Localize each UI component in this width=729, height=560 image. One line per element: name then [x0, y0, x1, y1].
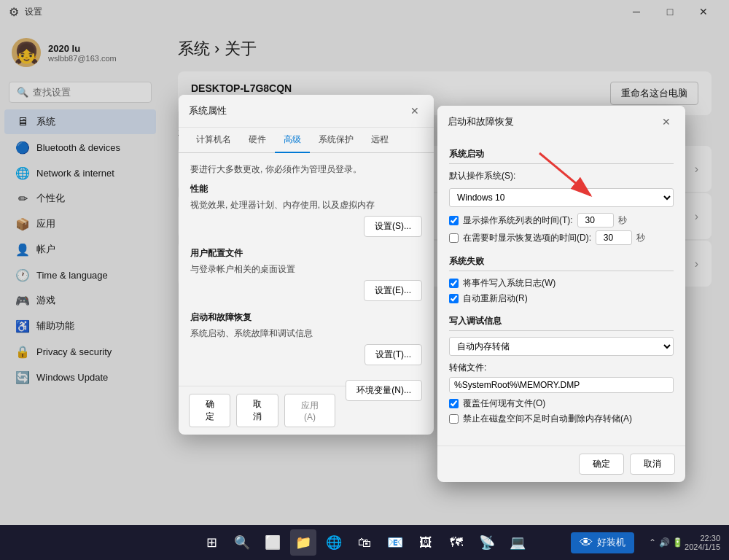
maps-button[interactable]: 🗺 — [443, 529, 469, 556]
startup-title-bar: 启动和故障恢复 ✕ — [437, 106, 685, 138]
system-failure-section: 系统失败 将事件写入系统日志(W) 自动重新启动(R) — [449, 255, 674, 305]
startup-section: 启动和故障恢复 系统启动、系统故障和调试信息 设置(T)... — [190, 311, 422, 365]
startup-close-button[interactable]: ✕ — [658, 113, 675, 131]
show-recovery-unit: 秒 — [636, 232, 645, 244]
taskbar-center: ⊞ 🔍 ⬜ 📁 🌐 🛍 📧 🖼 🗺 📡 💻 — [198, 529, 531, 556]
show-list-label: 显示操作系统列表的时间(T): — [463, 214, 573, 227]
startup-ok-button[interactable]: 确定 — [579, 454, 624, 475]
haozhuan-badge[interactable]: 👁 好装机 — [571, 532, 634, 553]
userprofile-section: 用户配置文件 与登录帐户相关的桌面设置 设置(E)... — [190, 247, 422, 301]
startup-body: 系统启动 默认操作系统(S): Windows 10 显示操作系统列表的时间(T… — [437, 138, 685, 446]
app1-button[interactable]: 📡 — [474, 529, 500, 556]
mail-button[interactable]: 📧 — [382, 529, 408, 556]
system-failure-label: 系统失败 — [449, 255, 674, 271]
startup-cancel-button[interactable]: 取消 — [630, 454, 675, 475]
performance-title: 性能 — [190, 183, 422, 195]
disable-low-disk-label: 禁止在磁盘空间不足时自动删除内存转储(A) — [463, 413, 632, 425]
show-list-input[interactable] — [577, 213, 614, 228]
performance-desc: 视觉效果, 处理器计划、内存使用, 以及虚拟内存 — [190, 198, 422, 211]
app2-button[interactable]: 💻 — [504, 529, 531, 556]
write-log-row: 将事件写入系统日志(W) — [449, 277, 674, 289]
search-taskbar-button[interactable]: 🔍 — [229, 529, 255, 556]
taskbar-right: 👁 好装机 ⌃ 🔊 🔋 22:30 2024/1/15 — [571, 532, 729, 553]
sysprop-ok-button[interactable]: 确定 — [189, 394, 230, 427]
tab-computername[interactable]: 计算机名 — [187, 128, 240, 153]
auto-restart-row: 自动重新启动(R) — [449, 292, 674, 305]
sysprop-title: 系统属性 — [189, 104, 227, 117]
sysprop-apply-button[interactable]: 应用(A) — [284, 394, 335, 427]
sysprop-footer: 确定 取消 应用(A) — [179, 386, 346, 435]
sysprop-note: 要进行大多数更改, 你必须作为管理员登录。 — [190, 163, 422, 176]
systray-icons: ⌃ 🔊 🔋 — [649, 537, 683, 548]
debug-info-label: 写入调试信息 — [449, 315, 674, 331]
startup-footer: 确定 取消 — [437, 446, 685, 482]
sysprop-title-bar: 系统属性 ✕ — [179, 95, 434, 128]
system-startup-label: 系统启动 — [449, 148, 674, 164]
tab-systemprotection[interactable]: 系统保护 — [310, 128, 362, 153]
show-list-unit: 秒 — [618, 214, 627, 227]
taskbar: ⊞ 🔍 ⬜ 📁 🌐 🛍 📧 🖼 🗺 📡 💻 👁 好装机 ⌃ 🔊 🔋 22:30 … — [0, 525, 729, 560]
haozhuan-label: 好装机 — [597, 536, 625, 549]
disable-low-disk-checkbox[interactable] — [449, 414, 459, 424]
auto-restart-label: 自动重新启动(R) — [463, 292, 528, 305]
show-recovery-row: 在需要时显示恢复选项的时间(D): 秒 — [449, 230, 674, 245]
disable-low-disk-row: 禁止在磁盘空间不足时自动删除内存转储(A) — [449, 413, 674, 425]
default-os-label: 默认操作系统(S): — [449, 170, 515, 182]
userprofile-settings-button[interactable]: 设置(E)... — [364, 280, 422, 301]
sysprop-cancel-button[interactable]: 取消 — [236, 394, 278, 427]
startup-dialog-title: 启动和故障恢复 — [448, 115, 514, 128]
debug-info-section: 写入调试信息 自动内存转储 转储文件: 覆盖任何现有文件(O) 禁止在磁盘空间不… — [449, 315, 674, 425]
userprofile-title: 用户配置文件 — [190, 247, 422, 260]
startup-desc: 系统启动、系统故障和调试信息 — [190, 327, 422, 340]
systray: ⌃ 🔊 🔋 22:30 2024/1/15 — [640, 534, 729, 551]
show-list-row: 显示操作系统列表的时间(T): 秒 — [449, 213, 674, 228]
dump-file-label: 转储文件: — [449, 362, 674, 374]
overwrite-row: 覆盖任何现有文件(O) — [449, 397, 674, 410]
show-recovery-label: 在需要时显示恢复选项的时间(D): — [463, 232, 591, 244]
auto-restart-checkbox[interactable] — [449, 294, 459, 303]
write-log-checkbox[interactable] — [449, 279, 459, 288]
default-os-row: 默认操作系统(S): — [449, 170, 674, 182]
tab-advanced[interactable]: 高级 — [275, 128, 310, 153]
startup-recovery-dialog: 启动和故障恢复 ✕ 系统启动 默认操作系统(S): Windows 10 显示操… — [437, 106, 685, 482]
performance-settings-button[interactable]: 设置(S)... — [364, 216, 422, 237]
system-startup-section: 系统启动 默认操作系统(S): Windows 10 显示操作系统列表的时间(T… — [449, 148, 674, 245]
startup-settings-button[interactable]: 设置(T)... — [364, 344, 422, 365]
sysprop-body: 要进行大多数更改, 你必须作为管理员登录。 性能 视觉效果, 处理器计划、内存使… — [179, 153, 434, 386]
sysprop-tabs: 计算机名 硬件 高级 系统保护 远程 — [179, 128, 434, 153]
sysprop-close-button[interactable]: ✕ — [406, 102, 424, 120]
tab-remote[interactable]: 远程 — [362, 128, 397, 153]
startup-title: 启动和故障恢复 — [190, 311, 422, 324]
system-properties-dialog: 系统属性 ✕ 计算机名 硬件 高级 系统保护 远程 要进行大多数更改, 你必须作… — [179, 95, 434, 435]
explorer-button[interactable]: 📁 — [290, 529, 316, 556]
default-os-select[interactable]: Windows 10 — [449, 188, 674, 207]
tab-hardware[interactable]: 硬件 — [240, 128, 275, 153]
env-variables-button[interactable]: 环境变量(N)... — [346, 380, 422, 401]
edge-button[interactable]: 🌐 — [321, 529, 347, 556]
userprofile-desc: 与登录帐户相关的桌面设置 — [190, 262, 422, 276]
show-list-checkbox[interactable] — [449, 216, 459, 225]
start-button[interactable]: ⊞ — [198, 529, 225, 556]
overwrite-label: 覆盖任何现有文件(O) — [463, 397, 545, 410]
show-recovery-checkbox[interactable] — [449, 233, 459, 243]
store-button[interactable]: 🛍 — [351, 529, 378, 556]
time-display: 22:30 2024/1/15 — [685, 534, 720, 551]
performance-section: 性能 视觉效果, 处理器计划、内存使用, 以及虚拟内存 设置(S)... — [190, 183, 422, 237]
show-recovery-input[interactable] — [596, 230, 632, 245]
debug-dropdown[interactable]: 自动内存转储 — [449, 337, 674, 356]
dump-file-input[interactable] — [449, 377, 674, 393]
photos-button[interactable]: 🖼 — [413, 529, 439, 556]
taskview-button[interactable]: ⬜ — [260, 529, 286, 556]
overwrite-checkbox[interactable] — [449, 399, 459, 408]
write-log-label: 将事件写入系统日志(W) — [463, 277, 555, 289]
